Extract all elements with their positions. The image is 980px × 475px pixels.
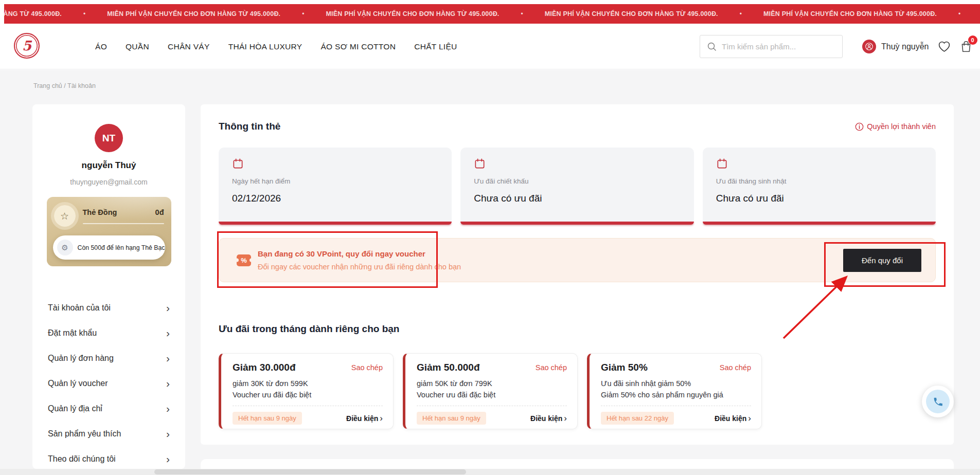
nav-item-chan-vay[interactable]: CHÂN VÁY — [168, 42, 210, 51]
chevron-right-icon: › — [564, 413, 567, 424]
copy-code-button[interactable]: Sao chép — [536, 363, 567, 372]
voucher-desc: Voucher ưu đãi đặc biệt — [417, 389, 567, 400]
ticker-message: MIỄN PHÍ VẬN CHUYỂN CHO ĐƠN HÀNG TỪ 495.… — [4, 10, 62, 17]
nav-item-quan[interactable]: QUẦN — [126, 42, 149, 51]
vouchers-row: Giảm 30.000đ Sao chép giảm 30K từ đơn 59… — [219, 353, 936, 429]
voucher-conditions-link[interactable]: Điều kiện › — [715, 413, 751, 424]
cart-button[interactable]: 0 — [959, 40, 973, 53]
wishlist-button[interactable] — [938, 41, 951, 52]
profile-email: thuynguyen@gmail.com — [32, 178, 185, 186]
sidebar-item-orders[interactable]: Quản lý đơn hàng › — [48, 345, 170, 371]
info-card-label: Ngày hết hạn điểm — [232, 177, 438, 185]
chevron-right-icon: › — [166, 353, 170, 363]
chevron-right-icon: › — [166, 327, 170, 338]
card-info-title: Thông tin thẻ — [219, 121, 280, 132]
sidebar-item-addresses[interactable]: Quản lý địa chỉ › — [48, 396, 170, 421]
copy-code-button[interactable]: Sao chép — [720, 363, 751, 372]
voucher-expiry-badge: Hết hạn sau 9 ngày — [233, 412, 302, 425]
voucher-card: Giảm 50.000đ Sao chép giảm 50K từ đơn 79… — [403, 353, 578, 429]
voucher-desc: Ưu đãi sinh nhật giảm 50% — [601, 378, 751, 389]
info-card-value: Chưa có ưu đãi — [474, 193, 680, 204]
ticker-separator: • — [740, 10, 742, 17]
chevron-right-icon: › — [166, 453, 170, 464]
chevron-right-icon: › — [380, 413, 383, 424]
sidebar-item-my-account[interactable]: Tài khoản của tôi › — [48, 295, 170, 320]
voucher-expiry-badge: Hết hạn sau 22 ngày — [601, 412, 674, 425]
chevron-right-icon: › — [166, 403, 170, 414]
dashed-divider — [417, 406, 567, 406]
sidebar-item-follow-us[interactable]: Theo dõi chúng tôi › — [48, 446, 170, 471]
account-name[interactable]: Thuỳ nguyễn — [881, 42, 929, 51]
ticker-track: MIỄN PHÍ VẬN CHUYỂN CHO ĐƠN HÀNG TỪ 495.… — [4, 10, 980, 17]
star-icon: ☆ — [60, 210, 69, 222]
info-card-points-expiry: Ngày hết hạn điểm 02/12/2026 — [219, 148, 452, 225]
phone-contact-fab[interactable] — [922, 386, 954, 417]
membership-tier-card: ☆ Thẻ Đồng 0đ ⚙ Còn 500đ để lên hạng Thẻ… — [47, 197, 171, 266]
voucher-desc: giảm 30K từ đơn 599K — [233, 378, 383, 389]
scrollbar-thumb[interactable] — [154, 469, 466, 474]
chevron-right-icon: › — [166, 302, 170, 313]
nav-item-thai-hoa-luxury[interactable]: THÁI HÒA LUXURY — [228, 42, 302, 51]
chevron-right-icon: › — [166, 428, 170, 439]
calendar-icon — [716, 158, 728, 170]
ticker-separator: • — [302, 10, 304, 17]
tier-points: 0đ — [155, 208, 164, 216]
search-icon — [707, 42, 717, 51]
calendar-icon — [474, 158, 486, 170]
vouchers-section-title: Ưu đãi trong tháng dành riêng cho bạn — [219, 323, 936, 335]
ticker-separator: • — [958, 10, 960, 17]
vpoint-subtitle: Đổi ngay các voucher nhận những ưu đãi r… — [258, 263, 461, 271]
dashed-divider — [233, 406, 383, 406]
nav-item-ao[interactable]: ÁO — [95, 42, 107, 51]
search-input[interactable] — [722, 42, 832, 51]
info-card-value: 02/12/2026 — [232, 193, 438, 204]
sidebar-item-vouchers[interactable]: Quản lý voucher › — [48, 371, 170, 396]
nav-item-ao-so-mi-cotton[interactable]: ÁO SƠ MI COTTON — [320, 42, 396, 51]
ticker-separator: • — [521, 10, 523, 17]
redeem-button[interactable]: Đến quy đổi — [843, 249, 921, 272]
user-avatar-icon[interactable] — [862, 40, 876, 53]
breadcrumb[interactable]: Trang chủ / Tài khoản — [33, 82, 96, 89]
gear-badge: ⚙ — [57, 240, 73, 255]
info-card-label: Ưu đãi chiết khấu — [474, 177, 680, 185]
info-card-discount-offer: Ưu đãi chiết khấu Chưa có ưu đãi — [460, 148, 693, 225]
brand-logo[interactable]: 5 — [14, 33, 40, 59]
cart-count-badge: 0 — [968, 35, 977, 45]
ticker-separator: • — [83, 10, 85, 17]
member-benefits-link[interactable]: Quyền lợi thành viên — [855, 122, 936, 131]
info-card-birthday-offer: Ưu đãi tháng sinh nhật Chưa có ưu đãi — [703, 148, 936, 225]
voucher-desc: giảm 50K từ đơn 799K — [417, 378, 567, 389]
sidebar-item-password[interactable]: Đặt mật khẩu › — [48, 320, 170, 345]
voucher-desc: Voucher ưu đãi đặc biệt — [233, 389, 383, 400]
ticker-message: MIỄN PHÍ VẬN CHUYỂN CHO ĐƠN HÀNG TỪ 495.… — [763, 10, 937, 17]
free-shipping-ticker: MIỄN PHÍ VẬN CHUYỂN CHO ĐƠN HÀNG TỪ 495.… — [4, 4, 980, 24]
info-icon — [855, 122, 864, 131]
profile-name: nguyễn Thuỷ — [32, 160, 185, 171]
nav-item-chat-lieu[interactable]: CHẤT LIỆU — [414, 42, 457, 51]
voucher-expiry-badge: Hết hạn sau 9 ngày — [417, 412, 486, 425]
search-box[interactable] — [700, 35, 843, 58]
gear-icon: ⚙ — [61, 243, 68, 252]
copy-code-button[interactable]: Sao chép — [351, 363, 383, 372]
main-panel: Thông tin thẻ Quyền lợi thành viên Ngày … — [201, 104, 954, 445]
avatar: NT — [95, 124, 123, 152]
vpoint-banner: % Bạn đang có 30 VPoint, quy đổi ngay vo… — [219, 238, 936, 282]
voucher-conditions-link[interactable]: Điều kiện › — [346, 413, 383, 424]
tier-upgrade-text: Còn 500đ để lên hạng Thẻ Bạc — [78, 244, 165, 251]
horizontal-scrollbar[interactable] — [0, 469, 980, 475]
sidebar-item-favorites[interactable]: Sản phẩm yêu thích › — [48, 421, 170, 446]
next-section-panel — [201, 459, 954, 469]
brand-logo-glyph: 5 — [22, 38, 31, 53]
page: MIỄN PHÍ VẬN CHUYỂN CHO ĐƠN HÀNG TỪ 495.… — [0, 0, 980, 475]
voucher-conditions-link[interactable]: Điều kiện › — [530, 413, 567, 424]
voucher-title: Giảm 50.000đ — [417, 362, 480, 373]
voucher-title: Giảm 50% — [601, 362, 648, 373]
calendar-icon — [232, 158, 244, 170]
tier-progress-bar — [83, 223, 164, 224]
main-nav: ÁO QUẦN CHÂN VÁY THÁI HÒA LUXURY ÁO SƠ M… — [95, 24, 457, 69]
voucher-card: Giảm 30.000đ Sao chép giảm 30K từ đơn 59… — [219, 353, 394, 429]
info-cards-row: Ngày hết hạn điểm 02/12/2026 Ưu đãi chiế… — [219, 148, 936, 225]
ticker-message: MIỄN PHÍ VẬN CHUYỂN CHO ĐƠN HÀNG TỪ 495.… — [545, 10, 718, 17]
voucher-desc: Giảm 50% cho sản phẩm nguyên giá — [601, 389, 751, 400]
voucher-percent-icon: % — [237, 254, 251, 266]
